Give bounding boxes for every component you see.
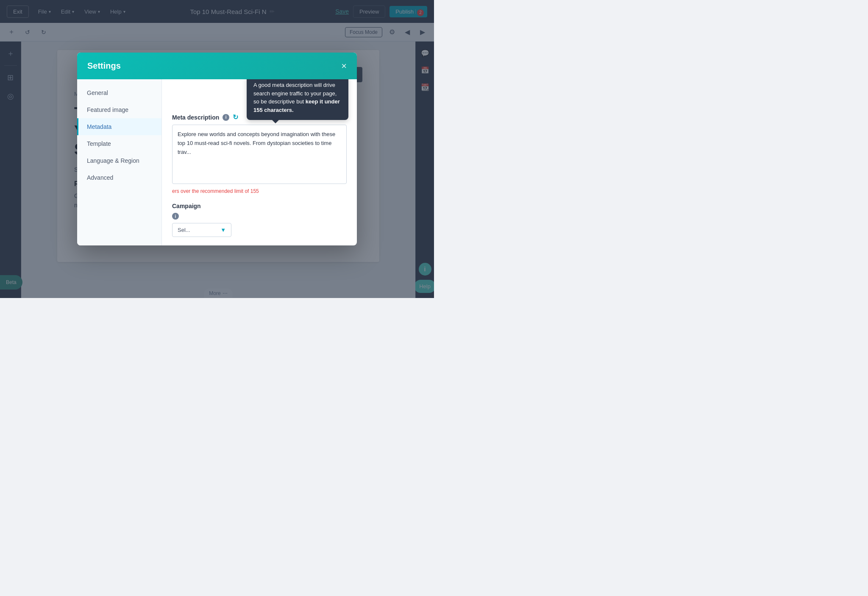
nav-language-region[interactable]: Language & Region xyxy=(77,152,161,169)
campaign-select[interactable]: Sel... ▼ xyxy=(172,223,231,237)
modal-content: A good meta description will drive searc… xyxy=(162,79,357,245)
meta-description-input[interactable]: Explore new worlds and concepts beyond i… xyxy=(172,125,347,184)
meta-refresh-icon[interactable]: ↻ xyxy=(233,113,238,121)
campaign-info-circle[interactable]: i xyxy=(172,213,179,220)
char-limit-warning: ers over the recommended limit of 155 xyxy=(172,188,347,194)
meta-info-icon[interactable]: i xyxy=(223,114,229,121)
campaign-dropdown-icon: ▼ xyxy=(220,227,226,233)
modal-overlay: Settings × General Featured image Metada… xyxy=(0,0,434,298)
modal-close-button[interactable]: × xyxy=(341,61,347,71)
nav-general[interactable]: General xyxy=(77,84,161,101)
modal-header: Settings × xyxy=(77,53,357,79)
nav-template[interactable]: Template xyxy=(77,135,161,152)
tooltip-bubble: A good meta description will drive searc… xyxy=(247,79,348,120)
modal-body: General Featured image Metadata Template… xyxy=(77,79,357,245)
nav-metadata[interactable]: Metadata xyxy=(77,118,161,135)
modal-nav: General Featured image Metadata Template… xyxy=(77,79,162,245)
settings-modal: Settings × General Featured image Metada… xyxy=(77,53,357,245)
campaign-info-icon: i xyxy=(172,213,347,220)
campaign-section: Campaign i Sel... ▼ xyxy=(172,203,347,237)
modal-title: Settings xyxy=(87,61,121,71)
nav-featured-image[interactable]: Featured image xyxy=(77,101,161,118)
nav-advanced[interactable]: Advanced xyxy=(77,169,161,186)
campaign-label: Campaign xyxy=(172,203,347,209)
